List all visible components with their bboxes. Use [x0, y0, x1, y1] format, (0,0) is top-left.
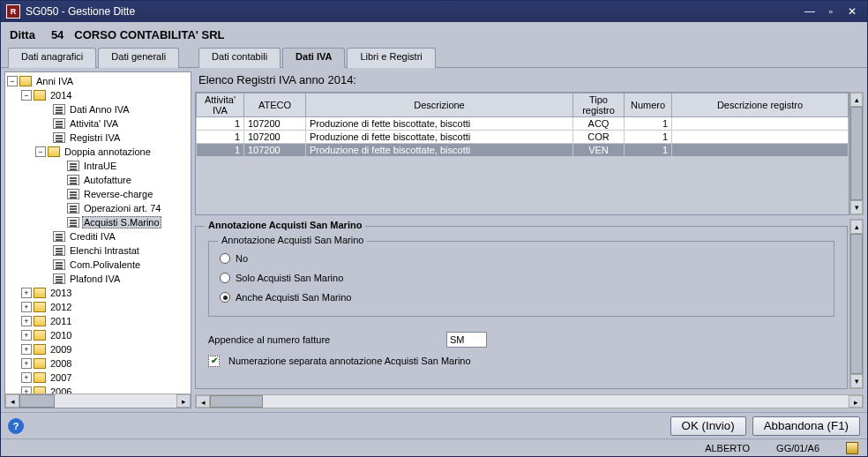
form-hscrollbar[interactable]: ◂ ▸	[195, 394, 864, 408]
radio-solo[interactable]	[220, 273, 230, 283]
ok-button[interactable]: OK (Invio)	[670, 416, 746, 436]
scroll-down-icon[interactable]: ▾	[850, 374, 863, 388]
radio-row-solo[interactable]: Solo Acquisti San Marino	[220, 268, 823, 288]
col-tipo[interactable]: Tipo registro	[573, 94, 625, 117]
radio-row-anche[interactable]: Anche Acquisti San Marino	[220, 288, 823, 307]
tree-year-2009[interactable]: +2009	[5, 342, 191, 356]
table-row-selected[interactable]: 1 107200 Produzione di fette biscottate,…	[197, 144, 849, 157]
appendice-input[interactable]	[446, 332, 487, 348]
tree-year-2006[interactable]: +2006	[5, 385, 191, 393]
tab-bar: Dati anagrafici Dati generali Dati conta…	[1, 47, 867, 68]
tab-dati-anagrafici[interactable]: Dati anagrafici	[8, 48, 96, 68]
titlebar: R SG050 - Gestione Ditte — ▫ ✕	[1, 1, 867, 22]
tree-year-2012[interactable]: +2012	[5, 300, 191, 314]
expand-icon[interactable]: +	[21, 288, 32, 298]
tree-item-intraue[interactable]: IntraUE	[5, 159, 191, 173]
tree-item-com-polivalente[interactable]: Com.Polivalente	[5, 258, 191, 272]
close-button[interactable]: ✕	[842, 4, 862, 19]
col-attivita[interactable]: Attivita' IVA	[197, 94, 244, 117]
tab-dati-iva[interactable]: Dati IVA	[282, 48, 345, 68]
radio-row-no[interactable]: No	[220, 249, 823, 268]
tree-root[interactable]: − Anni IVA	[5, 74, 191, 88]
grid[interactable]: Attivita' IVA ATECO Descrizione Tipo reg…	[195, 92, 849, 215]
item-icon	[53, 259, 65, 270]
collapse-icon[interactable]: −	[7, 76, 18, 86]
tree-year-2014[interactable]: − 2014	[5, 88, 191, 102]
abbandona-button[interactable]: Abbandona (F1)	[752, 416, 860, 436]
app-window: R SG050 - Gestione Ditte — ▫ ✕ Ditta 54 …	[0, 0, 868, 457]
tree-item-acquisti-smarino[interactable]: Acquisti S.Marino	[5, 215, 191, 229]
tree-item-plafond-iva[interactable]: Plafond IVA	[5, 272, 191, 286]
table-row[interactable]: 1 107200 Produzione di fette biscottate,…	[197, 117, 849, 131]
tree-year-2013[interactable]: +2013	[5, 286, 191, 300]
item-icon	[53, 245, 65, 256]
expand-icon[interactable]: +	[21, 344, 32, 355]
scroll-down-icon[interactable]: ▾	[850, 200, 863, 214]
folder-icon	[34, 302, 46, 312]
scroll-up-icon[interactable]: ▴	[850, 93, 863, 107]
form-area: Annotazione Acquisti San Marino Annotazi…	[195, 219, 864, 389]
col-numero[interactable]: Numero	[625, 94, 672, 117]
tree-item-operazioni-art74[interactable]: Operazioni art. 74	[5, 201, 191, 215]
tree-label: 2014	[49, 90, 73, 101]
form-vscrollbar[interactable]: ▴ ▾	[849, 219, 864, 389]
item-icon	[53, 132, 65, 143]
collapse-icon[interactable]: −	[21, 90, 32, 101]
inner-fieldset-legend: Annotazione Acquisti San Marino	[218, 235, 367, 245]
tree-item-elenchi-intrastat[interactable]: Elenchi Intrastat	[5, 243, 191, 258]
tree-item-reverse-charge[interactable]: Reverse-charge	[5, 187, 191, 201]
scroll-right-icon[interactable]: ▸	[176, 394, 191, 408]
expand-icon[interactable]: +	[21, 358, 32, 369]
col-descrizione[interactable]: Descrizione	[306, 94, 573, 117]
minimize-button[interactable]: —	[800, 4, 819, 19]
expand-icon[interactable]: +	[21, 372, 32, 383]
scroll-up-icon[interactable]: ▴	[850, 220, 863, 234]
folder-icon	[34, 372, 46, 383]
tree-item-autofatture[interactable]: Autofatture	[5, 173, 191, 187]
maximize-button[interactable]: ▫	[821, 4, 841, 19]
expand-icon[interactable]: +	[21, 386, 32, 393]
folder-open-icon	[34, 90, 46, 101]
scroll-thumb[interactable]	[850, 107, 863, 200]
scroll-thumb[interactable]	[19, 394, 55, 408]
table-row[interactable]: 1 107200 Produzione di fette biscottate,…	[197, 131, 849, 144]
col-desc-registro[interactable]: Descrizione registro	[672, 94, 849, 117]
scroll-thumb[interactable]	[210, 395, 263, 408]
expand-icon[interactable]: +	[21, 316, 32, 326]
grid-vscrollbar[interactable]: ▴ ▾	[849, 92, 864, 215]
scroll-right-icon[interactable]: ▸	[849, 395, 863, 408]
tree-item-doppia-annotazione[interactable]: − Doppia annotazione	[5, 145, 191, 159]
scroll-left-icon[interactable]: ◂	[5, 394, 19, 408]
trash-icon[interactable]	[846, 442, 858, 454]
tree-year-2008[interactable]: +2008	[5, 356, 191, 371]
radio-no[interactable]	[220, 253, 230, 264]
tab-spacer	[181, 48, 197, 68]
col-ateco[interactable]: ATECO	[244, 94, 306, 117]
checkbox-label: Numerazione separata annotazione Acquist…	[228, 356, 471, 366]
expand-icon[interactable]: +	[21, 302, 32, 312]
tab-dati-contabili[interactable]: Dati contabili	[198, 48, 281, 68]
tree-year-2007[interactable]: +2007	[5, 371, 191, 385]
tree[interactable]: − Anni IVA − 2014 Dati Anno IVA Attivita…	[5, 72, 191, 393]
window-title: SG050 - Gestione Ditte	[26, 5, 798, 18]
tree-item-attivita-iva[interactable]: Attivita' IVA	[5, 116, 191, 131]
collapse-icon[interactable]: −	[35, 146, 46, 157]
tree-year-2010[interactable]: +2010	[5, 328, 191, 342]
folder-icon	[34, 316, 46, 326]
folder-icon	[34, 288, 46, 298]
help-icon[interactable]: ?	[8, 418, 24, 434]
tree-year-2011[interactable]: +2011	[5, 314, 191, 328]
expand-icon[interactable]: +	[21, 330, 32, 341]
tree-item-registri-iva[interactable]: Registri IVA	[5, 131, 191, 145]
checkbox-numerazione[interactable]	[208, 356, 220, 367]
scroll-left-icon[interactable]: ◂	[196, 395, 210, 408]
status-bar: ALBERTO GG/01/A6	[1, 438, 867, 456]
tab-dati-generali[interactable]: Dati generali	[98, 48, 179, 68]
tree-hscrollbar[interactable]: ◂ ▸	[5, 393, 191, 408]
radio-label: Solo Acquisti San Marino	[236, 273, 343, 283]
radio-anche[interactable]	[220, 292, 230, 303]
tree-item-crediti-iva[interactable]: Crediti IVA	[5, 229, 191, 243]
tab-libri-registri[interactable]: Libri e Registri	[347, 48, 435, 68]
tree-item-dati-anno-iva[interactable]: Dati Anno IVA	[5, 102, 191, 116]
scroll-thumb[interactable]	[850, 234, 863, 374]
